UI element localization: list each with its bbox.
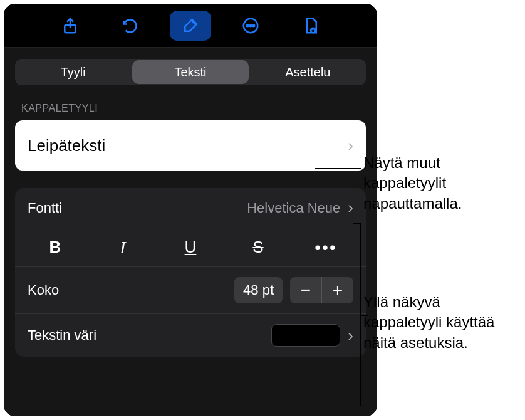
chevron-right-icon: › (348, 136, 353, 155)
more-icon (241, 16, 260, 35)
callout-paragraph-styles: Näytä muut kappaletyylit napauttamalla. (363, 153, 520, 214)
italic-button[interactable]: I (89, 238, 157, 258)
format-tabs: Tyyli Teksti Asettelu (15, 59, 366, 85)
font-row[interactable]: Fontti Helvetica Neue › (15, 188, 366, 228)
undo-icon (121, 16, 140, 35)
paragraph-style-name: Leipäteksti (28, 136, 105, 155)
text-color-row[interactable]: Tekstin väri › (15, 314, 366, 357)
text-color-label: Tekstin väri (28, 327, 96, 344)
chevron-right-icon: › (348, 198, 353, 218)
undo-button[interactable] (110, 11, 151, 41)
svg-point-2 (247, 24, 249, 26)
more-button[interactable] (230, 11, 271, 41)
size-value[interactable]: 48 pt (234, 277, 283, 303)
svg-point-4 (253, 24, 255, 26)
size-decrease-button[interactable]: − (290, 277, 321, 303)
text-settings-group: Fontti Helvetica Neue › B I U S ••• Koko… (15, 188, 366, 357)
paragraph-style-picker[interactable]: Leipäteksti › (15, 120, 366, 171)
svg-point-3 (250, 24, 252, 26)
color-swatch (271, 324, 340, 347)
text-format-row: B I U S ••• (15, 228, 366, 267)
panel-body: Tyyli Teksti Asettelu KAPPALETYYLI Leipä… (4, 48, 377, 416)
tab-style[interactable]: Tyyli (15, 59, 131, 85)
size-stepper: − + (290, 277, 353, 303)
font-label: Fontti (28, 200, 62, 216)
callout-settings: Yllä näkyvä kappaletyyli käyttää näitä a… (363, 292, 520, 353)
document-view-icon (301, 16, 320, 35)
size-label: Koko (28, 282, 59, 298)
brush-icon (181, 16, 200, 35)
chevron-right-icon: › (348, 326, 353, 345)
callout-leader-line (315, 168, 361, 169)
underline-button[interactable]: U (157, 238, 224, 257)
bold-button[interactable]: B (21, 238, 89, 257)
size-row: Koko 48 pt − + (15, 267, 366, 314)
more-format-button[interactable]: ••• (292, 238, 360, 258)
font-value: Helvetica Neue (247, 200, 340, 216)
share-icon (61, 16, 80, 35)
paragraph-style-heading: KAPPALETYYLI (21, 103, 366, 114)
view-mode-button[interactable] (290, 11, 331, 41)
top-toolbar (4, 4, 377, 48)
format-button[interactable] (170, 11, 211, 41)
share-button[interactable] (49, 11, 91, 41)
format-panel: Tyyli Teksti Asettelu KAPPALETYYLI Leipä… (4, 4, 377, 416)
strikethrough-button[interactable]: S (224, 238, 292, 257)
tab-text[interactable]: Teksti (132, 60, 248, 84)
size-increase-button[interactable]: + (322, 277, 353, 303)
tab-layout[interactable]: Asettelu (250, 59, 366, 85)
callout-bracket (353, 223, 361, 406)
